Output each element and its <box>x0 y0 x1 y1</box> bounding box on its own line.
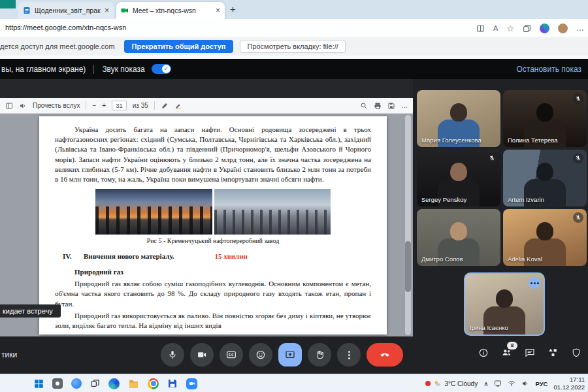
pdf-scrollbar-thumb[interactable] <box>405 241 411 292</box>
more-options-button[interactable] <box>337 343 361 367</box>
mic-off-icon <box>573 212 583 223</box>
participant-name: Artem Izvarin <box>508 196 544 203</box>
view-tab-button[interactable]: Просмотреть вкладку: file:// <box>240 40 345 53</box>
mic-off-icon <box>573 153 583 163</box>
windows-logo-icon <box>34 379 44 389</box>
draw-pen-icon[interactable] <box>161 102 169 110</box>
participant-tile[interactable]: Adelia Koval <box>503 209 587 266</box>
taskbar-app-icon[interactable] <box>71 378 82 389</box>
display-icon[interactable] <box>494 380 502 387</box>
section-heading: IV. Вивчення нового матеріалу. 15 хвилин <box>55 252 371 261</box>
floppy-icon <box>167 378 178 389</box>
end-call-button[interactable] <box>367 343 403 367</box>
tab-close-icon[interactable]: × <box>105 7 109 14</box>
hand-icon <box>314 350 325 360</box>
camera-button[interactable] <box>190 343 214 367</box>
pdf-more-icon[interactable]: … <box>401 102 408 109</box>
read-aloud-speaker-icon[interactable] <box>19 102 27 110</box>
task-view-button[interactable] <box>90 379 100 389</box>
split-screen-icon[interactable] <box>476 24 485 33</box>
browser-tab-bar: Щоденник_звіт_практика.д × Meet – xtn-nq… <box>0 0 588 19</box>
mic-button[interactable] <box>161 343 184 367</box>
people-panel-button[interactable]: 8 <box>501 347 512 358</box>
zoom-in-icon[interactable]: + <box>102 102 106 109</box>
language-indicator[interactable]: РУС <box>535 380 547 387</box>
captions-button[interactable] <box>220 343 243 367</box>
stop-presenting-link[interactable]: Остановить показ <box>516 65 581 74</box>
url-text[interactable]: https://meet.google.com/xtn-nqcs-wsn <box>5 24 126 31</box>
pdf-canvas: Україна досить багата на запаси нафти. О… <box>0 114 413 336</box>
tab-label: Meet – xtn-nqcs-wsn <box>133 7 212 14</box>
participant-name: Мария Голеусенкова <box>421 137 482 144</box>
reactions-button[interactable] <box>249 343 272 367</box>
active-speaker-tile[interactable]: Ірина Ісаєнко <box>464 272 545 336</box>
participant-tile[interactable]: Мария Голеусенкова <box>417 90 500 147</box>
divider <box>154 101 155 110</box>
wifi-icon[interactable] <box>508 380 515 387</box>
share-notification-text: дется доступ для meet.google.com <box>0 42 115 50</box>
weather-icon <box>433 380 442 388</box>
participant-tile[interactable]: Полина Тетерева <box>503 90 587 147</box>
pdf-paragraph-gas-1: Природний газ являє собою суміш газоподі… <box>55 279 371 309</box>
browser-tab-meet[interactable]: Meet – xtn-nqcs-wsn × <box>116 2 225 19</box>
participant-tile[interactable]: Sergey Penskoy <box>417 150 500 206</box>
page-total-label: из 35 <box>133 102 148 109</box>
chat-panel-button[interactable] <box>525 348 535 358</box>
present-screen-button[interactable] <box>278 343 302 367</box>
tab-close-icon[interactable]: × <box>216 7 220 14</box>
browser-menu-icon[interactable]: … <box>576 24 584 33</box>
host-controls-button[interactable] <box>571 348 581 358</box>
tray-chevron-icon[interactable]: ∧ <box>483 380 488 387</box>
pdf-page: Україна досить багата на запаси нафти. О… <box>39 116 387 335</box>
new-tab-button[interactable]: + <box>230 3 236 14</box>
participant-tile[interactable]: Дмитро Сопов <box>417 209 500 266</box>
start-button[interactable] <box>34 379 44 389</box>
participant-head <box>496 289 513 308</box>
pdf-toolbar: Прочесть вслух − + 31 из 35 … <box>0 98 413 114</box>
sound-toggle[interactable]: ✓ <box>152 64 171 74</box>
pdf-sidebar-icon[interactable] <box>5 102 13 110</box>
read-aloud-icon[interactable]: A <box>493 24 498 32</box>
info-icon <box>478 348 489 358</box>
stop-sharing-button[interactable]: Прекратить общий доступ <box>124 40 234 53</box>
clock-time: 17:11 <box>570 376 585 383</box>
save-app-icon[interactable] <box>167 378 178 389</box>
participant-silhouette <box>483 306 525 336</box>
shield-icon <box>571 348 581 358</box>
meeting-details-button[interactable] <box>478 348 489 358</box>
browser-tab-document[interactable]: Щоденник_звіт_практика.д × <box>18 2 114 19</box>
activities-button[interactable] <box>547 347 559 358</box>
meet-favicon <box>121 7 129 14</box>
highlighter-icon[interactable] <box>174 102 182 110</box>
tile-options-button[interactable] <box>529 277 540 289</box>
file-explorer-icon[interactable] <box>128 378 139 389</box>
speaker-icon[interactable] <box>521 380 529 387</box>
section-time: 15 хвилин <box>215 252 248 261</box>
taskbar-app-icon[interactable] <box>52 378 63 389</box>
task-view-icon <box>90 379 100 389</box>
raise-hand-button[interactable] <box>308 343 331 367</box>
zoom-app-icon[interactable] <box>186 378 197 389</box>
print-icon[interactable] <box>374 102 382 110</box>
call-controls <box>161 343 403 367</box>
divider <box>93 65 94 74</box>
participant-tile[interactable]: Artem Izvarin <box>503 150 587 206</box>
chrome-browser-icon[interactable] <box>148 378 159 389</box>
read-aloud-label[interactable]: Прочесть вслух <box>33 102 80 109</box>
present-icon <box>285 350 295 360</box>
save-icon[interactable] <box>387 102 395 110</box>
collections-icon[interactable] <box>523 24 531 33</box>
meeting-code-label: тики <box>1 350 17 359</box>
pdf-scrollbar[interactable] <box>405 115 411 335</box>
present-sound-label: Звук показа <box>102 65 144 74</box>
meet-control-bar: тики <box>0 336 588 374</box>
taskbar-clock[interactable]: 17:11 01.12.2022 <box>553 376 585 391</box>
copilot-icon[interactable] <box>540 24 549 33</box>
zoom-out-icon[interactable]: − <box>92 102 96 109</box>
profile-avatar[interactable] <box>558 24 568 33</box>
page-number-input[interactable]: 31 <box>112 101 127 110</box>
weather-widget[interactable]: 3°C Cloudy <box>425 380 478 388</box>
favorites-star-icon[interactable]: ☆ <box>506 24 514 33</box>
search-icon[interactable] <box>360 102 368 110</box>
edge-browser-icon[interactable] <box>108 378 120 389</box>
